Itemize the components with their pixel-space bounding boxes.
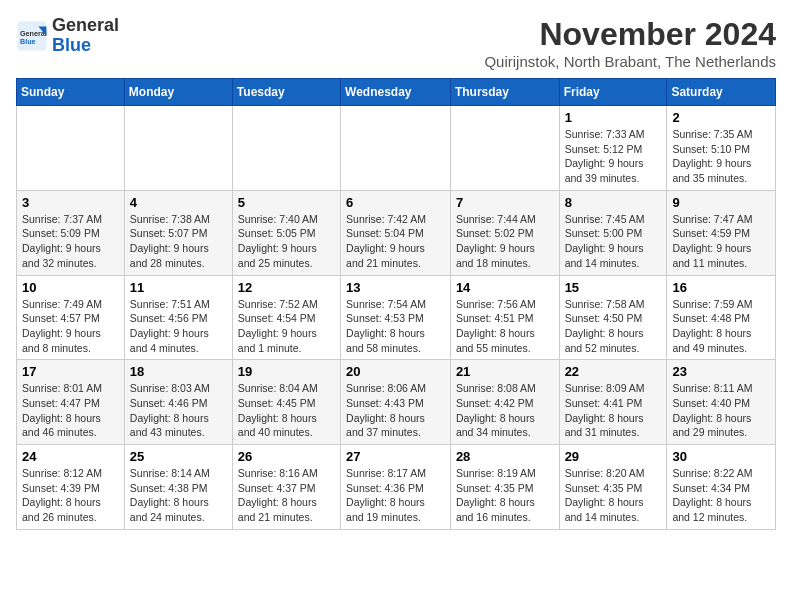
logo-blue: Blue <box>52 35 91 55</box>
weekday-header-thursday: Thursday <box>450 79 559 106</box>
calendar-cell: 6Sunrise: 7:42 AM Sunset: 5:04 PM Daylig… <box>341 190 451 275</box>
location-title: Quirijnstok, North Brabant, The Netherla… <box>484 53 776 70</box>
day-info: Sunrise: 7:44 AM Sunset: 5:02 PM Dayligh… <box>456 212 554 271</box>
weekday-header-monday: Monday <box>124 79 232 106</box>
calendar-cell <box>17 106 125 191</box>
logo: General Blue General Blue <box>16 16 119 56</box>
calendar-cell: 13Sunrise: 7:54 AM Sunset: 4:53 PM Dayli… <box>341 275 451 360</box>
day-number: 25 <box>130 449 227 464</box>
calendar-header: SundayMondayTuesdayWednesdayThursdayFrid… <box>17 79 776 106</box>
day-info: Sunrise: 7:42 AM Sunset: 5:04 PM Dayligh… <box>346 212 445 271</box>
calendar-cell: 8Sunrise: 7:45 AM Sunset: 5:00 PM Daylig… <box>559 190 667 275</box>
day-info: Sunrise: 7:47 AM Sunset: 4:59 PM Dayligh… <box>672 212 770 271</box>
day-number: 23 <box>672 364 770 379</box>
day-number: 3 <box>22 195 119 210</box>
title-area: November 2024 Quirijnstok, North Brabant… <box>484 16 776 70</box>
day-number: 5 <box>238 195 335 210</box>
day-info: Sunrise: 8:17 AM Sunset: 4:36 PM Dayligh… <box>346 466 445 525</box>
calendar-cell: 22Sunrise: 8:09 AM Sunset: 4:41 PM Dayli… <box>559 360 667 445</box>
day-number: 8 <box>565 195 662 210</box>
day-info: Sunrise: 7:37 AM Sunset: 5:09 PM Dayligh… <box>22 212 119 271</box>
calendar-cell: 9Sunrise: 7:47 AM Sunset: 4:59 PM Daylig… <box>667 190 776 275</box>
calendar-cell: 29Sunrise: 8:20 AM Sunset: 4:35 PM Dayli… <box>559 445 667 530</box>
day-info: Sunrise: 7:49 AM Sunset: 4:57 PM Dayligh… <box>22 297 119 356</box>
day-info: Sunrise: 8:01 AM Sunset: 4:47 PM Dayligh… <box>22 381 119 440</box>
day-info: Sunrise: 8:22 AM Sunset: 4:34 PM Dayligh… <box>672 466 770 525</box>
day-number: 19 <box>238 364 335 379</box>
day-number: 6 <box>346 195 445 210</box>
day-info: Sunrise: 8:19 AM Sunset: 4:35 PM Dayligh… <box>456 466 554 525</box>
day-number: 28 <box>456 449 554 464</box>
day-info: Sunrise: 7:35 AM Sunset: 5:10 PM Dayligh… <box>672 127 770 186</box>
day-number: 15 <box>565 280 662 295</box>
calendar-cell <box>341 106 451 191</box>
day-info: Sunrise: 7:33 AM Sunset: 5:12 PM Dayligh… <box>565 127 662 186</box>
weekday-header-sunday: Sunday <box>17 79 125 106</box>
day-number: 7 <box>456 195 554 210</box>
day-info: Sunrise: 8:20 AM Sunset: 4:35 PM Dayligh… <box>565 466 662 525</box>
day-info: Sunrise: 7:58 AM Sunset: 4:50 PM Dayligh… <box>565 297 662 356</box>
calendar-cell <box>124 106 232 191</box>
weekday-header-saturday: Saturday <box>667 79 776 106</box>
calendar-week-3: 10Sunrise: 7:49 AM Sunset: 4:57 PM Dayli… <box>17 275 776 360</box>
day-info: Sunrise: 8:03 AM Sunset: 4:46 PM Dayligh… <box>130 381 227 440</box>
calendar-cell: 4Sunrise: 7:38 AM Sunset: 5:07 PM Daylig… <box>124 190 232 275</box>
calendar-cell: 18Sunrise: 8:03 AM Sunset: 4:46 PM Dayli… <box>124 360 232 445</box>
calendar-cell: 2Sunrise: 7:35 AM Sunset: 5:10 PM Daylig… <box>667 106 776 191</box>
day-number: 16 <box>672 280 770 295</box>
calendar-week-4: 17Sunrise: 8:01 AM Sunset: 4:47 PM Dayli… <box>17 360 776 445</box>
day-number: 4 <box>130 195 227 210</box>
calendar-cell: 7Sunrise: 7:44 AM Sunset: 5:02 PM Daylig… <box>450 190 559 275</box>
day-info: Sunrise: 8:06 AM Sunset: 4:43 PM Dayligh… <box>346 381 445 440</box>
calendar-cell: 10Sunrise: 7:49 AM Sunset: 4:57 PM Dayli… <box>17 275 125 360</box>
calendar-body: 1Sunrise: 7:33 AM Sunset: 5:12 PM Daylig… <box>17 106 776 530</box>
day-number: 30 <box>672 449 770 464</box>
calendar-cell: 25Sunrise: 8:14 AM Sunset: 4:38 PM Dayli… <box>124 445 232 530</box>
logo-icon: General Blue <box>16 20 48 52</box>
logo-text: General Blue <box>52 16 119 56</box>
day-info: Sunrise: 8:12 AM Sunset: 4:39 PM Dayligh… <box>22 466 119 525</box>
calendar-cell: 24Sunrise: 8:12 AM Sunset: 4:39 PM Dayli… <box>17 445 125 530</box>
calendar-cell: 28Sunrise: 8:19 AM Sunset: 4:35 PM Dayli… <box>450 445 559 530</box>
calendar-cell: 12Sunrise: 7:52 AM Sunset: 4:54 PM Dayli… <box>232 275 340 360</box>
day-info: Sunrise: 7:52 AM Sunset: 4:54 PM Dayligh… <box>238 297 335 356</box>
calendar-cell: 27Sunrise: 8:17 AM Sunset: 4:36 PM Dayli… <box>341 445 451 530</box>
calendar-cell: 19Sunrise: 8:04 AM Sunset: 4:45 PM Dayli… <box>232 360 340 445</box>
day-number: 26 <box>238 449 335 464</box>
day-info: Sunrise: 7:38 AM Sunset: 5:07 PM Dayligh… <box>130 212 227 271</box>
day-number: 13 <box>346 280 445 295</box>
day-info: Sunrise: 8:09 AM Sunset: 4:41 PM Dayligh… <box>565 381 662 440</box>
calendar-cell: 23Sunrise: 8:11 AM Sunset: 4:40 PM Dayli… <box>667 360 776 445</box>
month-title: November 2024 <box>484 16 776 53</box>
weekday-header-tuesday: Tuesday <box>232 79 340 106</box>
calendar-week-2: 3Sunrise: 7:37 AM Sunset: 5:09 PM Daylig… <box>17 190 776 275</box>
day-number: 17 <box>22 364 119 379</box>
calendar-cell: 3Sunrise: 7:37 AM Sunset: 5:09 PM Daylig… <box>17 190 125 275</box>
day-number: 14 <box>456 280 554 295</box>
weekday-header-row: SundayMondayTuesdayWednesdayThursdayFrid… <box>17 79 776 106</box>
day-number: 11 <box>130 280 227 295</box>
day-info: Sunrise: 8:08 AM Sunset: 4:42 PM Dayligh… <box>456 381 554 440</box>
day-info: Sunrise: 7:59 AM Sunset: 4:48 PM Dayligh… <box>672 297 770 356</box>
calendar-cell: 14Sunrise: 7:56 AM Sunset: 4:51 PM Dayli… <box>450 275 559 360</box>
weekday-header-wednesday: Wednesday <box>341 79 451 106</box>
calendar-week-1: 1Sunrise: 7:33 AM Sunset: 5:12 PM Daylig… <box>17 106 776 191</box>
day-info: Sunrise: 7:40 AM Sunset: 5:05 PM Dayligh… <box>238 212 335 271</box>
day-number: 21 <box>456 364 554 379</box>
calendar-cell: 1Sunrise: 7:33 AM Sunset: 5:12 PM Daylig… <box>559 106 667 191</box>
day-info: Sunrise: 7:51 AM Sunset: 4:56 PM Dayligh… <box>130 297 227 356</box>
day-number: 24 <box>22 449 119 464</box>
day-info: Sunrise: 7:45 AM Sunset: 5:00 PM Dayligh… <box>565 212 662 271</box>
calendar-cell: 26Sunrise: 8:16 AM Sunset: 4:37 PM Dayli… <box>232 445 340 530</box>
day-number: 27 <box>346 449 445 464</box>
day-info: Sunrise: 7:54 AM Sunset: 4:53 PM Dayligh… <box>346 297 445 356</box>
calendar-cell: 15Sunrise: 7:58 AM Sunset: 4:50 PM Dayli… <box>559 275 667 360</box>
calendar-week-5: 24Sunrise: 8:12 AM Sunset: 4:39 PM Dayli… <box>17 445 776 530</box>
day-number: 2 <box>672 110 770 125</box>
day-number: 9 <box>672 195 770 210</box>
day-number: 1 <box>565 110 662 125</box>
page-header: General Blue General Blue November 2024 … <box>16 16 776 70</box>
calendar-cell <box>232 106 340 191</box>
calendar-cell: 17Sunrise: 8:01 AM Sunset: 4:47 PM Dayli… <box>17 360 125 445</box>
day-number: 10 <box>22 280 119 295</box>
